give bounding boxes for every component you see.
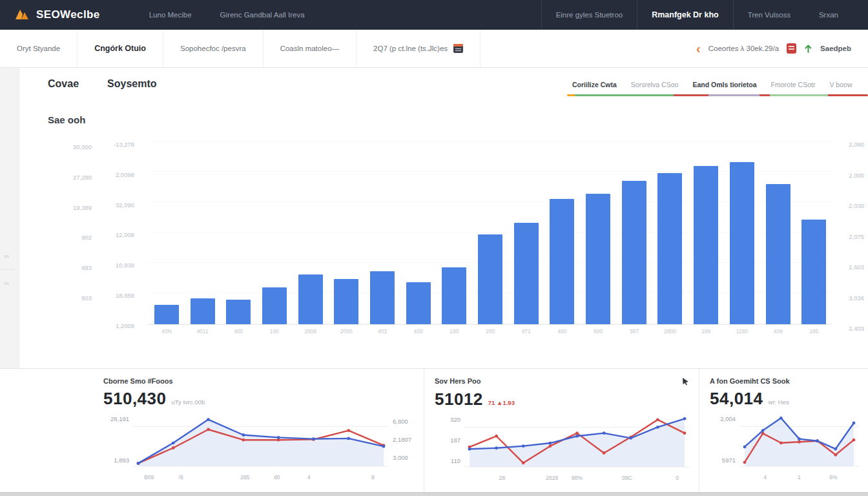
- top-nav: Luno MecibeGirenc Gandbal Aall IrevaEinr…: [135, 0, 852, 30]
- x-axis-label: B09: [133, 474, 165, 480]
- bar: [730, 162, 754, 324]
- line-chart-svg: [464, 412, 690, 473]
- x-axis-label: 1180: [724, 328, 760, 335]
- x-axis-label: [639, 475, 665, 481]
- nav-item-0[interactable]: Luno Mecibe: [135, 11, 206, 19]
- axis-label: 2,004: [710, 415, 736, 422]
- nav-item-2[interactable]: Einre gyles Stuetroo: [542, 11, 637, 19]
- x-axis-label: 190: [256, 328, 293, 335]
- card-chart: 28,1911,8936,8002,18073,000: [103, 411, 420, 473]
- left-rail: oo 0o: [0, 68, 19, 368]
- axis-label: 12,008: [97, 231, 134, 238]
- x-axis-label: 2000: [328, 328, 364, 335]
- metric-tab-1[interactable]: Sorsrelva CSoo: [631, 81, 679, 88]
- card-title-row: Cborne Smo #Fooos: [103, 377, 420, 385]
- axis-label: 2,403: [836, 325, 864, 332]
- axis-label: 2,0098: [97, 171, 134, 178]
- bar-cell: [760, 184, 796, 324]
- x-axis-label: [325, 474, 357, 480]
- card-title: Sov Hers Poo: [435, 377, 481, 385]
- bar-cell: [796, 220, 832, 324]
- nav-item-3[interactable]: Rmanfgek Dr kho: [637, 10, 733, 19]
- x-axis-label: [515, 475, 540, 481]
- axis-label: 503: [54, 294, 92, 302]
- x-axis-label: [590, 475, 615, 481]
- nav-item-5[interactable]: Srxan: [805, 11, 852, 19]
- toolbar-item-2[interactable]: Sopohecfoc /pesvra: [163, 30, 264, 67]
- toolbar-item-0[interactable]: Oryt Styande: [0, 30, 78, 67]
- metric-tab-2[interactable]: Eand Omls tiorietoa: [692, 81, 756, 88]
- x-axis-label: [842, 474, 859, 480]
- share-icon[interactable]: [804, 44, 812, 53]
- axis-label: 27,280: [54, 174, 92, 181]
- date-range-label[interactable]: Coeortes λ 30ek.29/a: [708, 45, 779, 52]
- view-tab-1[interactable]: Soysemto: [107, 78, 156, 90]
- x-axis-label: 40N: [149, 328, 185, 335]
- bar: [586, 194, 610, 324]
- x-axis-label: 409: [760, 328, 796, 335]
- pdf-export-icon[interactable]: [787, 43, 796, 54]
- main-content: oo 0o CovaeSoysemto Coriilize CwtaSorsre…: [0, 68, 868, 368]
- bar: [442, 267, 466, 324]
- brand[interactable]: SEOWeclbe: [14, 8, 100, 22]
- x-axis-label: 2028: [539, 475, 564, 481]
- metric-tab-3[interactable]: Fmorote CSotr: [771, 81, 816, 88]
- x-axis-label: 4: [756, 474, 773, 480]
- axis-label: 32,090: [97, 202, 134, 209]
- bar: [334, 279, 358, 324]
- cursor-icon[interactable]: [681, 377, 690, 386]
- bar-cell: [256, 287, 293, 324]
- panel-head: CovaeSoysemto Coriilize CwtaSorsrelva CS…: [19, 68, 868, 96]
- toolbar-item-4[interactable]: 2Q7 (p ct.lne (ts.Jlc)es: [356, 30, 480, 67]
- bar: [154, 305, 179, 324]
- bar-cell: [616, 181, 652, 324]
- bar-plot: 40N4011400190200820004034001802009714005…: [149, 141, 832, 335]
- bar: [694, 166, 718, 324]
- calendar-icon: [453, 44, 463, 53]
- bar: [514, 223, 539, 324]
- axis-label: 1,893: [103, 457, 129, 464]
- card-value-row: 54,014wr: Hes: [710, 389, 859, 409]
- bar-cell: [437, 267, 473, 324]
- toolbar-item-1[interactable]: Cngórk Otuio: [78, 30, 163, 67]
- bar: [801, 220, 826, 324]
- bar-cell: [364, 271, 400, 324]
- toolbar-item-3[interactable]: Coasln matoleo—: [264, 30, 356, 67]
- x-axis-label: 4: [293, 474, 326, 480]
- toolbar-item-label: Coasln matoleo—: [280, 45, 339, 52]
- metric-tab-4[interactable]: V boow: [829, 81, 852, 88]
- card-y-axis-left: 2,0045971: [710, 411, 739, 473]
- chevron-left-icon[interactable]: ‹: [696, 42, 701, 55]
- axis-label: 1,2008: [97, 322, 134, 329]
- axis-label: 2,603: [836, 264, 864, 271]
- bar: [370, 271, 395, 324]
- axis-label: 19,389: [54, 204, 92, 211]
- bar-cell: [472, 234, 508, 324]
- view-tab-0[interactable]: Covae: [48, 78, 79, 90]
- card-x-axis: 416%: [710, 473, 859, 480]
- x-axis-label: 403: [364, 328, 400, 335]
- bar: [298, 274, 323, 324]
- nav-item-4[interactable]: Tren Vulsoss: [734, 11, 805, 19]
- bar-cell: [293, 274, 329, 324]
- share-label[interactable]: Saedpeb: [820, 45, 851, 52]
- x-axis-label: [197, 474, 229, 480]
- bar: [550, 199, 574, 324]
- toolbar-items: Oryt StyandeCngórk OtuioSopohecfoc /pesv…: [0, 30, 480, 67]
- x-axis-label: 4011: [185, 328, 221, 335]
- card-title-row: A fon Goemiht CS Sook: [710, 377, 859, 385]
- card-1: Sov Hers Poo5101271 ▲1.93320187110282028…: [424, 369, 699, 492]
- nav-item-1[interactable]: Girenc Gandbal Aall Ireva: [206, 11, 319, 19]
- bar-cell: [220, 300, 256, 324]
- metric-tab-0[interactable]: Coriilize Cwta: [572, 81, 617, 88]
- x-axis-label: 98%: [564, 475, 590, 481]
- x-axis-label: [464, 475, 490, 481]
- y-axis-left-secondary: -13,2782,009832,09012,00810,83818,8581,2…: [97, 141, 134, 329]
- bar-cell: [580, 194, 616, 324]
- axis-label: 2,090: [836, 141, 864, 148]
- axis-label: 3,000: [393, 454, 420, 461]
- axis-label: 2,1807: [393, 436, 420, 443]
- x-axis-label: 0: [665, 475, 690, 481]
- toolbar-item-label: Oryt Styande: [17, 45, 60, 52]
- bar: [226, 300, 251, 324]
